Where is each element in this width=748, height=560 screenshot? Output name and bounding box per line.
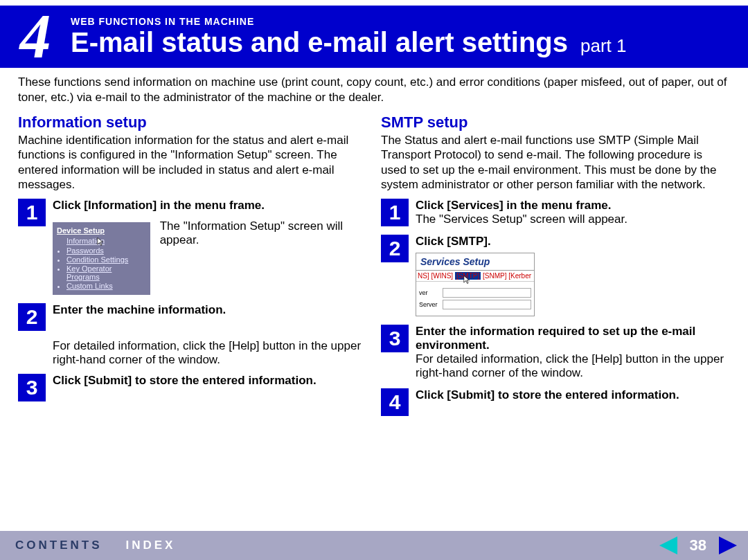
- smtp-setup-lead: The Status and alert e-mail functions us…: [381, 133, 730, 192]
- step-bullet: 1: [381, 199, 409, 226]
- next-page-icon[interactable]: [716, 535, 740, 556]
- right-step-4: 4 Click [Submit] to store the entered in…: [381, 388, 730, 416]
- index-link[interactable]: INDEX: [119, 536, 183, 555]
- device-setup-item: Custom Links: [66, 282, 146, 290]
- left-step1-note: The "Information Setup" screen will appe…: [160, 219, 367, 295]
- device-setup-item: Key Operator Programs: [66, 264, 146, 281]
- cursor-icon: [96, 237, 105, 246]
- services-tabs-left: NS] [WINS]: [418, 272, 455, 280]
- step-bullet: 2: [381, 235, 409, 262]
- svg-marker-1: [719, 536, 737, 554]
- services-setup-title: Services Setup: [416, 253, 534, 271]
- chapter-label: WEB FUNCTIONS IN THE MACHINE: [71, 16, 748, 27]
- smtp-setup-heading: SMTP setup: [381, 114, 730, 132]
- page-header: 4 WEB FUNCTIONS IN THE MACHINE E-mail st…: [0, 0, 748, 68]
- device-setup-item: Information: [66, 237, 105, 245]
- left-step3-title: Click [Submit] to store the entered info…: [53, 374, 367, 388]
- info-setup-lead: Machine identification information for t…: [18, 133, 367, 192]
- step-bullet: 4: [381, 388, 409, 416]
- right-step3-note: For detailed information, click the [Hel…: [416, 352, 730, 380]
- device-setup-item: Condition Settings: [66, 255, 146, 264]
- step-bullet: 3: [381, 325, 409, 352]
- svg-marker-0: [659, 536, 677, 554]
- right-step-3: 3 Enter the information required to set …: [381, 325, 730, 380]
- right-step-2: 2 Click [SMTP]. Services Setup NS] [WINS…: [381, 235, 730, 316]
- right-step3-title: Enter the information required to set up…: [416, 325, 730, 352]
- page-title: E-mail status and e-mail alert settings: [71, 27, 568, 58]
- contents-link[interactable]: CONTENTS: [8, 536, 109, 555]
- right-step4-title: Click [Submit] to store the entered info…: [416, 388, 730, 402]
- left-step-3: 3 Click [Submit] to store the entered in…: [18, 374, 367, 401]
- right-step1-note: The "Services Setup" screen will appear.: [416, 213, 730, 226]
- footer-bar: CONTENTS INDEX 38: [0, 531, 748, 560]
- services-row-label: ver: [419, 289, 440, 296]
- services-setup-tabs: NS] [WINS] [SMTP] [SNMP] [Kerber: [416, 271, 534, 282]
- device-setup-screenshot: Device Setup Information Passwords Condi…: [53, 222, 150, 295]
- section-number: 4: [4, 6, 66, 68]
- services-row-input: [443, 300, 531, 309]
- services-setup-screenshot: Services Setup NS] [WINS] [SMTP] [SNMP] …: [416, 253, 535, 316]
- info-setup-heading: Information setup: [18, 114, 367, 132]
- left-step2-note: For detailed information, click the [Hel…: [53, 339, 367, 367]
- left-column: Information setup Machine identification…: [18, 109, 367, 531]
- device-setup-item: Passwords: [66, 246, 146, 255]
- prev-page-icon[interactable]: [657, 535, 680, 556]
- right-step-1: 1 Click [Services] in the menu frame. Th…: [381, 199, 730, 226]
- page-number: 38: [690, 536, 706, 554]
- right-step1-title: Click [Services] in the menu frame.: [416, 199, 730, 213]
- services-row-label: Server: [419, 301, 440, 308]
- left-step-2: 2 Enter the machine information.: [18, 303, 367, 331]
- intro-text: These functions send information on mach…: [0, 68, 748, 109]
- part-label: part 1: [580, 35, 627, 57]
- step-bullet: 3: [18, 374, 46, 401]
- left-step1-title: Click [Information] in the menu frame.: [53, 199, 367, 213]
- cursor-icon: [462, 275, 472, 284]
- left-step-1: 1 Click [Information] in the menu frame.…: [18, 199, 367, 295]
- services-tab-selected: [SMTP]: [455, 272, 481, 280]
- left-step2-title: Enter the machine information.: [53, 303, 367, 317]
- step-bullet: 1: [18, 199, 46, 226]
- right-step2-title: Click [SMTP].: [416, 235, 730, 249]
- services-tabs-right: [SNMP] [Kerber: [481, 272, 531, 280]
- device-setup-title: Device Setup: [57, 226, 146, 235]
- step-bullet: 2: [18, 303, 46, 331]
- services-row-input: [443, 288, 531, 298]
- right-column: SMTP setup The Status and alert e-mail f…: [381, 109, 730, 531]
